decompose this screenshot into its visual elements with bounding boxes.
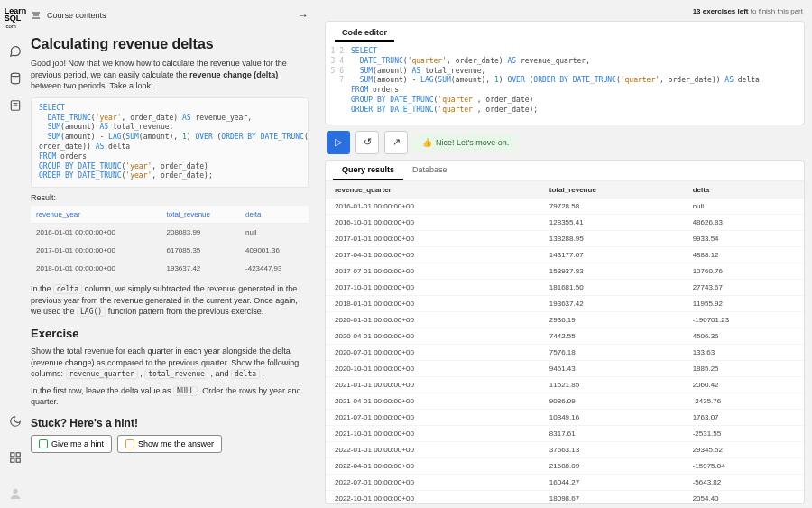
table-row: 2021-10-01 00:00:00+008317.61-2531.55 bbox=[326, 425, 804, 441]
result-col: total_revenue bbox=[161, 206, 241, 224]
exercise-text: Show the total revenue for each quarter … bbox=[31, 346, 309, 380]
menu-icon[interactable] bbox=[8, 450, 23, 465]
nav-rail: Learn SQL .com bbox=[0, 0, 31, 508]
qr-col: delta bbox=[684, 181, 804, 199]
hint-icon bbox=[39, 439, 48, 448]
hint-row: Give me a hint Show me the answer bbox=[31, 435, 309, 453]
progress-status: 13 exercises left to finish this part bbox=[325, 5, 805, 15]
exercise-heading: Exercise bbox=[31, 327, 309, 340]
answer-icon bbox=[125, 439, 134, 448]
table-row: 2021-04-01 00:00:00+009086.09-2435.76 bbox=[326, 393, 804, 409]
theme-icon[interactable] bbox=[8, 414, 23, 429]
tab-query-results[interactable]: Query results bbox=[333, 161, 403, 180]
thumb-icon: 👍 bbox=[422, 138, 432, 147]
table-row: 2017-04-01 00:00:00+00143177.074888.12 bbox=[326, 246, 804, 263]
share-button[interactable]: ↗ bbox=[384, 131, 408, 154]
table-row: 2022-07-01 00:00:00+0016044.27-5643.82 bbox=[326, 474, 804, 490]
next-icon[interactable]: → bbox=[298, 9, 309, 22]
table-row: 2022-10-01 00:00:00+0018098.672054.40 bbox=[326, 490, 804, 503]
table-row: 2018-01-01 00:00:00+00193637.4211955.92 bbox=[326, 295, 804, 311]
run-button[interactable]: ▷ bbox=[327, 131, 350, 154]
panel-header: Course contents → bbox=[31, 0, 309, 29]
logo-sub: .com bbox=[5, 23, 16, 29]
svg-rect-7 bbox=[11, 458, 14, 462]
table-row: 2020-04-01 00:00:00+007442.554506.36 bbox=[326, 328, 804, 344]
tab-database[interactable]: Database bbox=[403, 161, 457, 180]
table-row: 2022-04-01 00:00:00+0021688.09-15975.04 bbox=[326, 457, 804, 474]
query-results-table: revenue_quartertotal_revenuedelta 2016-0… bbox=[326, 181, 804, 503]
result-col: delta bbox=[240, 206, 309, 224]
logo[interactable]: Learn SQL .com bbox=[3, 5, 29, 32]
feedback-pill: 👍Nice! Let's move on. bbox=[413, 134, 518, 152]
result-col: revenue_year bbox=[31, 206, 161, 224]
hint-button[interactable]: Give me a hint bbox=[31, 435, 112, 453]
result-tabs: Query results Database bbox=[326, 161, 804, 181]
explain-text: In the delta column, we simply subtracte… bbox=[31, 283, 309, 318]
table-row: 2020-07-01 00:00:00+007576.18133.63 bbox=[326, 344, 804, 360]
page-title: Calculating revenue deltas bbox=[31, 36, 309, 52]
result-label: Result: bbox=[31, 193, 309, 202]
toc-button[interactable]: Course contents bbox=[31, 10, 106, 21]
table-row: 2020-01-01 00:00:00+002936.19-190701.23 bbox=[326, 311, 804, 328]
svg-rect-6 bbox=[16, 458, 20, 462]
toc-label: Course contents bbox=[47, 11, 106, 20]
qr-col: total_revenue bbox=[540, 181, 684, 199]
exercise-text-2: In the first row, leave the delta value … bbox=[31, 385, 309, 408]
db-icon[interactable] bbox=[8, 71, 23, 86]
svg-rect-5 bbox=[16, 453, 20, 457]
reset-button[interactable]: ↺ bbox=[355, 131, 379, 154]
run-row: ▷ ↺ ↗ 👍Nice! Let's move on. bbox=[325, 131, 805, 154]
table-row: 2020-10-01 00:00:00+009461.431885.25 bbox=[326, 360, 804, 376]
results-scroll[interactable]: revenue_quartertotal_revenuedelta 2016-0… bbox=[326, 181, 804, 503]
table-row: 2021-07-01 00:00:00+0010849.161763.07 bbox=[326, 409, 804, 425]
svg-point-0 bbox=[11, 73, 19, 77]
editor-tab: Code editor bbox=[326, 22, 804, 42]
svg-rect-4 bbox=[11, 453, 14, 457]
table-row: 2017-01-01 00:00:00+00617085.35409001.36 bbox=[31, 242, 309, 260]
table-row: 2022-01-01 00:00:00+0037663.1329345.52 bbox=[326, 441, 804, 457]
result-table: revenue_yeartotal_revenuedelta 2016-01-0… bbox=[31, 206, 309, 278]
chat-icon[interactable] bbox=[8, 44, 23, 59]
intro-text: Good job! Now that we know how to calcul… bbox=[31, 58, 309, 92]
editor-panel: 13 exercises left to finish this part Co… bbox=[319, 0, 812, 508]
table-row: 2017-10-01 00:00:00+00181681.5027743.67 bbox=[326, 279, 804, 295]
table-row: 2017-01-01 00:00:00+00138288.959933.54 bbox=[326, 230, 804, 246]
table-row: 2016-10-01 00:00:00+00128355.4148626.83 bbox=[326, 214, 804, 230]
table-row: 2021-01-01 00:00:00+0011521.852060.42 bbox=[326, 376, 804, 393]
lesson-panel: Course contents → Calculating revenue de… bbox=[31, 0, 319, 508]
table-row: 2016-01-01 00:00:00+0079728.58null bbox=[326, 199, 804, 215]
code-area[interactable]: 1 2 3 4 5 6 7 SELECT DATE_TRUNC('quarter… bbox=[326, 42, 804, 125]
stuck-heading: Stuck? Here's a hint! bbox=[31, 417, 309, 429]
table-row: 2018-01-01 00:00:00+00193637.42-423447.9… bbox=[31, 260, 309, 278]
svg-point-8 bbox=[13, 489, 17, 494]
code-editor-card: Code editor 1 2 3 4 5 6 7 SELECT DATE_TR… bbox=[325, 21, 805, 125]
notes-icon[interactable] bbox=[8, 98, 23, 113]
app-root: Learn SQL .com Course contents → Calcula… bbox=[0, 0, 812, 508]
avatar[interactable] bbox=[8, 486, 23, 501]
results-card: Query results Database revenue_quarterto… bbox=[325, 160, 805, 504]
table-row: 2017-07-01 00:00:00+00153937.8310760.76 bbox=[326, 263, 804, 279]
table-row: 2016-01-01 00:00:00+00208083.99null bbox=[31, 224, 309, 242]
line-gutter: 1 2 3 4 5 6 7 bbox=[326, 47, 351, 115]
sql-example: SELECT DATE_TRUNC('year', order_date) AS… bbox=[31, 97, 309, 188]
list-icon bbox=[31, 10, 42, 21]
answer-button[interactable]: Show me the answer bbox=[117, 435, 222, 453]
logo-text-2: SQL bbox=[5, 14, 22, 23]
code-lines[interactable]: SELECT DATE_TRUNC('quarter', order_date)… bbox=[351, 47, 760, 115]
qr-col: revenue_quarter bbox=[326, 181, 540, 199]
